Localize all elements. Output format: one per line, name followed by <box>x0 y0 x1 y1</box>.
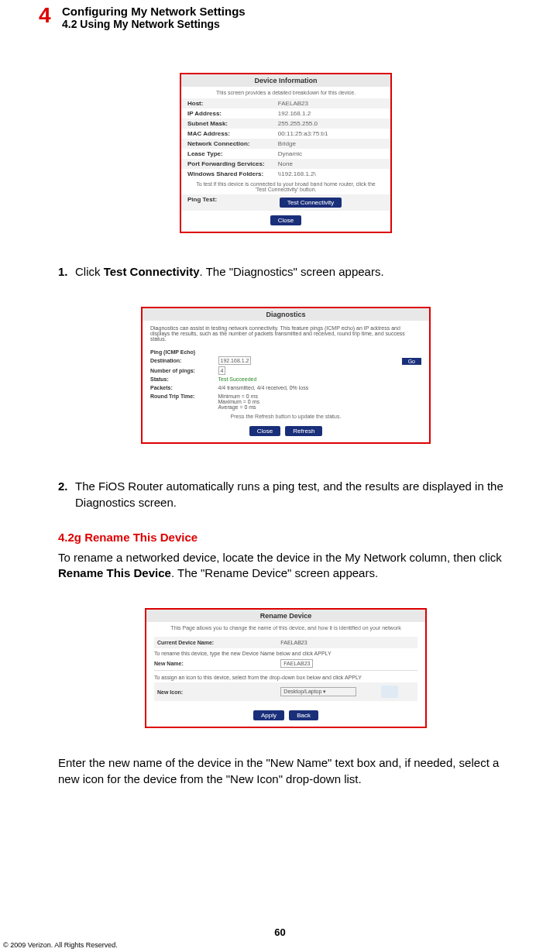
step-1: 1. Click Test Connectivity. The "Diagnos… <box>58 264 514 280</box>
device-info-note: To test if this device is connected to y… <box>181 179 390 194</box>
new-name-input[interactable]: FAELAB23 <box>280 659 313 668</box>
icon-note: To assign an icon to this device, select… <box>154 672 417 682</box>
current-name-row: Current Device Name: FAELAB23 <box>154 637 417 648</box>
new-icon-select[interactable]: Desktop/Laptop ▾ <box>280 687 356 696</box>
close-button[interactable]: Close <box>249 426 280 436</box>
num-pings-input[interactable]: 4 <box>218 366 226 375</box>
rtt-row: Round Trip Time: Minimum = 0 ms Maximum … <box>150 392 421 411</box>
ping-heading: Ping (ICMP Echo) <box>150 348 421 356</box>
chapter-title: Configuring My Network Settings <box>62 5 552 18</box>
close-button[interactable]: Close <box>270 215 301 225</box>
table-row: Host:FAELAB23 <box>181 98 390 108</box>
apply-button[interactable]: Apply <box>253 710 284 720</box>
closing-paragraph: Enter the new name of the device in the … <box>58 755 514 787</box>
table-row: Subnet Mask:255.255.255.0 <box>181 119 390 129</box>
step-text: Click Test Connectivity. The "Diagnostic… <box>75 264 514 280</box>
copyright: © 2009 Verizon. All Rights Reserved. <box>3 941 118 949</box>
step-2: 2. The FiOS Router automatically runs a … <box>58 479 514 510</box>
refresh-note: Press the Refresh button to update the s… <box>150 411 421 421</box>
new-icon-row: New Icon: Desktop/Laptop ▾ <box>154 682 417 701</box>
table-row: IP Address:192.168.1.2 <box>181 108 390 119</box>
rename-device-figure: Rename Device This Page allows you to ch… <box>145 608 427 728</box>
status-value: Test Succeeded <box>218 376 422 382</box>
go-button[interactable]: Go <box>402 358 421 365</box>
rename-note: To rename this device, type the new Devi… <box>154 648 417 658</box>
device-information-figure: Device Information This screen provides … <box>180 73 392 233</box>
ping-test-row: Ping Test: Test Connectivity <box>181 194 390 211</box>
rename-title: Rename Device <box>146 610 425 622</box>
section-paragraph: To rename a networked device, locate the… <box>58 550 514 582</box>
status-row: Status: Test Succeeded <box>150 375 421 383</box>
table-row: Windows Shared Folders:\\192.168.1.2\ <box>181 169 390 179</box>
step-text: The FiOS Router automatically runs a pin… <box>75 479 514 510</box>
test-connectivity-button[interactable]: Test Connectivity <box>280 198 342 208</box>
laptop-icon <box>381 686 398 698</box>
diagnostics-figure: Diagnostics Diagnostics can assist in te… <box>141 307 431 444</box>
section-heading: 4.2g Rename This Device <box>58 531 514 544</box>
table-row: Lease Type:Dynamic <box>181 149 390 159</box>
destination-input[interactable]: 192.168.1.2 <box>218 356 252 365</box>
page-number: 60 <box>0 926 560 938</box>
chapter-number: 4 <box>39 3 51 28</box>
back-button[interactable]: Back <box>289 710 318 720</box>
packets-row: Packets: 4/4 transmitted, 4/4 received, … <box>150 383 421 392</box>
destination-row: Destination: 192.168.1.2 Go <box>150 356 421 366</box>
table-row: MAC Address:00:11:25:a3:75:b1 <box>181 129 390 139</box>
device-info-subtitle: This screen provides a detailed breakdow… <box>181 87 390 98</box>
new-name-row: New Name: FAELAB23 <box>154 658 417 668</box>
num-pings-row: Number of pings: 4 <box>150 366 421 375</box>
step-number: 2. <box>58 479 75 510</box>
device-info-title: Device Information <box>181 74 390 87</box>
table-row: Port Forwarding Services:None <box>181 159 390 169</box>
diagnostics-intro: Diagnostics can assist in testing networ… <box>150 324 421 343</box>
rename-subtitle: This Page allows you to change the name … <box>146 622 425 634</box>
refresh-button[interactable]: Refresh <box>285 426 322 436</box>
diagnostics-title: Diagnostics <box>143 308 429 321</box>
step-number: 1. <box>58 264 75 280</box>
chapter-subtitle: 4.2 Using My Network Settings <box>62 18 552 30</box>
table-row: Network Connection:Bridge <box>181 139 390 149</box>
